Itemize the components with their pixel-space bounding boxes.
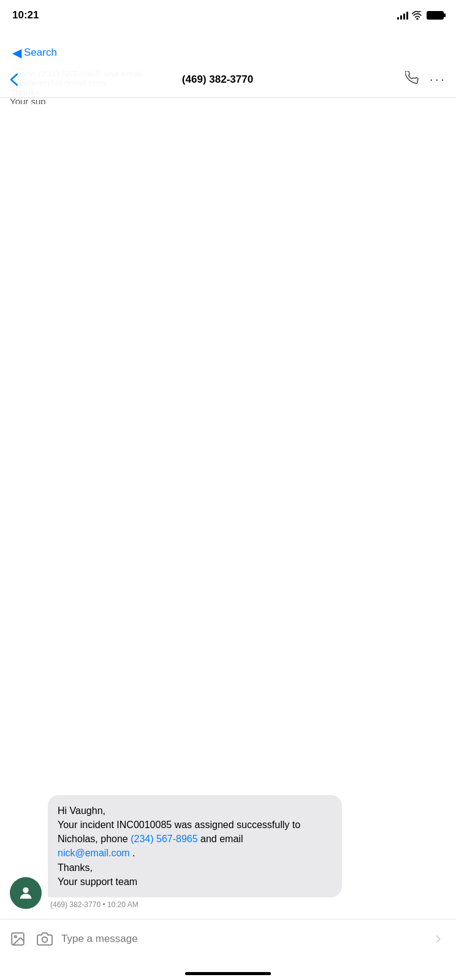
search-row: ◀ Search <box>0 31 456 61</box>
home-indicator <box>185 972 271 975</box>
message-content: Hi Vaughn,Your incident INC0010085 was a… <box>48 795 342 909</box>
svg-point-4 <box>42 937 48 942</box>
conversation-header: (469) 382-3770 ··· <box>0 61 456 98</box>
avatar-person-icon <box>17 884 34 902</box>
media-button[interactable] <box>7 929 28 949</box>
send-button[interactable] <box>428 929 449 949</box>
camera-button[interactable] <box>34 929 55 949</box>
svg-point-1 <box>23 888 28 893</box>
svg-point-0 <box>417 18 418 20</box>
header-actions: ··· <box>403 71 446 88</box>
image-icon <box>10 931 26 947</box>
status-time: 10:21 <box>12 9 39 21</box>
search-label: Search <box>24 47 57 59</box>
svg-point-3 <box>15 935 17 937</box>
status-icons <box>397 11 444 20</box>
search-back-button[interactable]: ◀ Search <box>12 47 57 59</box>
header-back-button[interactable] <box>10 73 32 86</box>
message-input[interactable] <box>61 933 422 945</box>
send-icon <box>431 932 445 946</box>
avatar <box>10 877 42 909</box>
status-bar: 10:21 <box>0 0 456 31</box>
email-link[interactable]: nick@email.com <box>58 848 130 858</box>
message-block: Hi Vaughn,Your incident INC0010085 was a… <box>10 795 342 909</box>
messages-area: Hi Vaughn,Your incident INC0010085 was a… <box>0 104 456 919</box>
wifi-icon <box>412 11 423 20</box>
header-title: (469) 382-3770 <box>32 74 403 86</box>
battery-icon <box>427 11 444 20</box>
message-text-mid: and email <box>198 834 243 844</box>
signal-icon <box>397 11 408 20</box>
more-options-button[interactable]: ··· <box>430 73 446 86</box>
camera-icon <box>37 931 53 947</box>
input-bar <box>0 919 456 958</box>
back-chevron-icon: ◀ <box>12 47 21 59</box>
message-meta: (469) 382-3770 • 10:20 AM <box>48 900 342 909</box>
message-bubble: Hi Vaughn,Your incident INC0010085 was a… <box>48 795 342 897</box>
call-button[interactable] <box>405 71 419 88</box>
phone-link[interactable]: (234) 567-8965 <box>131 834 197 844</box>
